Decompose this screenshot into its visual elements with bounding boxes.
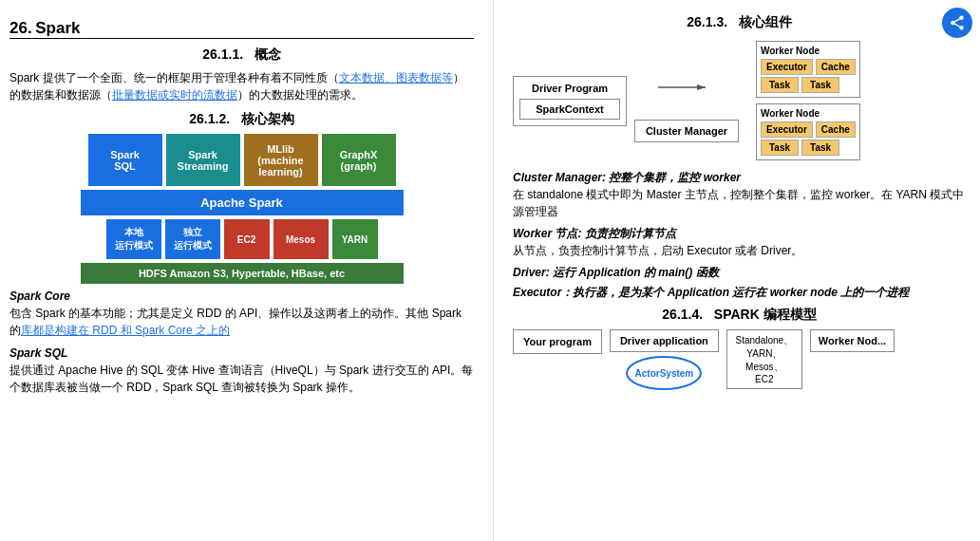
cluster-manager-desc: Cluster Manager: 控整个集群，监控 worker 在 stand… xyxy=(513,170,966,220)
cluster-row: 本地运行模式 独立运行模式 EC2 Mesos YARN xyxy=(81,219,404,259)
worker-node-2-exec-row: Executor Cache xyxy=(761,121,856,138)
prog-model-title: 26.1.4. SPARK 编程模型 xyxy=(513,307,966,324)
spark-core-body: 包含 Spark 的基本功能；尤其是定义 RDD 的 API、操作以及这两者上的… xyxy=(9,305,474,339)
concept-body: Spark 提供了一个全面、统一的框架用于管理各种有着不同性质（文本数据、图表数… xyxy=(9,69,474,103)
task-2a: Task xyxy=(761,140,799,156)
spark-sql-box: SparkSQL xyxy=(88,134,162,186)
spark-core-section: Spark Core 包含 Spark 的基本功能；尤其是定义 RDD 的 AP… xyxy=(9,289,474,339)
yarn-box: YARN xyxy=(332,219,378,259)
driver-label: Driver: 运行 Application 的 main() 函数 xyxy=(513,265,966,281)
cache-2: Cache xyxy=(816,121,856,138)
spark-sql-section: Spark SQL 提供通过 Apache Hive 的 SQL 变体 Hive… xyxy=(9,346,474,396)
section-divider xyxy=(9,38,474,39)
driver-app-box: Driver application xyxy=(610,329,719,352)
driver-program-label: Driver Program xyxy=(519,83,620,94)
subsection-26-1-1-title: 26.1.1. 概念 xyxy=(9,47,474,64)
right-panel: 26.1.3. 核心组件 Driver Program SparkContext xyxy=(494,0,980,541)
page-container: 26. Spark 26.1.1. 概念 Spark 提供了一个全面、统一的框架… xyxy=(0,0,980,541)
prog-model-row: Your program Driver application ActorSys… xyxy=(513,329,966,390)
graphx-box: GraphX(graph) xyxy=(322,134,396,186)
worker-node-2-title: Worker Node xyxy=(761,108,856,119)
spark-core-title: Spark Core xyxy=(9,289,474,303)
concept-text: Spark 提供了一个全面、统一的框架用于管理各种有着不同性质（文本数据、图表数… xyxy=(9,71,464,102)
section-title: Spark xyxy=(35,19,80,37)
worker-node-2-task-row: Task Task xyxy=(761,140,856,156)
driver-app-container: Driver application ActorSystem xyxy=(610,329,719,390)
arrows-svg xyxy=(658,59,715,116)
worker-node-1-title: Worker Node xyxy=(761,46,856,56)
apache-spark-bar: Apache Spark xyxy=(81,190,404,215)
right-section-title: 26.1.3. 核心组件 xyxy=(513,14,966,31)
executor-1: Executor xyxy=(761,59,813,75)
spark-streaming-box: SparkStreaming xyxy=(166,134,240,186)
driver-program-box: Driver Program SparkContext xyxy=(513,76,627,126)
worker-node-1: Worker Node Executor Cache Task Task xyxy=(756,41,860,98)
your-program-box: Your program xyxy=(513,329,602,354)
mllib-box: MLlib(machinelearning) xyxy=(244,134,318,186)
standalone-box: Standalone、YARN、Mesos、EC2 xyxy=(726,329,802,389)
worker-node-body: 从节点，负责控制计算节点，启动 Executor 或者 Driver。 xyxy=(513,242,966,259)
worker-node-desc: Worker 节点: 负责控制计算节点 从节点，负责控制计算节点，启动 Exec… xyxy=(513,226,966,259)
driver-desc: Driver: 运行 Application 的 main() 函数 xyxy=(513,265,966,281)
local-mode-box: 本地运行模式 xyxy=(106,219,161,259)
spark-sql-body: 提供通过 Apache Hive 的 SQL 变体 Hive 查询语言（Hive… xyxy=(9,362,474,396)
executor-desc: Executor：执行器，是为某个 Application 运行在 worker… xyxy=(513,285,966,301)
executor-label: Executor：执行器，是为某个 Application 运行在 worker… xyxy=(513,285,966,301)
components-row-1: SparkSQL SparkStreaming MLlib(machinelea… xyxy=(81,134,404,186)
worker-node-partial: Worker Nod... xyxy=(810,329,895,352)
cluster-manager-body: 在 standalone 模式中即为 Master 主节点，控制整个集群，监控 … xyxy=(513,186,966,220)
subsection-26-1-2-title: 26.1.2. 核心架构 xyxy=(9,111,474,128)
task-1b: Task xyxy=(801,77,839,93)
arrow-cluster-area: Cluster Manager xyxy=(634,59,739,142)
task-2b: Task xyxy=(801,140,839,156)
worker-nodes-container: Worker Node Executor Cache Task Task Wor… xyxy=(756,41,860,160)
cache-1: Cache xyxy=(816,59,856,75)
executor-2: Executor xyxy=(761,121,813,138)
worker-node-label: Worker 节点: 负责控制计算节点 xyxy=(513,226,966,242)
actor-system-ellipse: ActorSystem xyxy=(626,356,702,390)
worker-node-1-exec-row: Executor Cache xyxy=(761,59,856,75)
cluster-diagram-area: Driver Program SparkContext Cluster Mana… xyxy=(513,41,966,160)
spark-context-box: SparkContext xyxy=(519,99,620,120)
storage-bar: HDFS Amazon S3, Hypertable, HBase, etc xyxy=(81,263,404,284)
share-icon[interactable] xyxy=(942,8,972,38)
main-section-title: 26. Spark xyxy=(9,19,474,39)
architecture-diagram: SparkSQL SparkStreaming MLlib(machinelea… xyxy=(81,134,404,284)
section-number: 26. xyxy=(9,19,32,37)
standalone-mode-box: 独立运行模式 xyxy=(165,219,220,259)
left-panel: 26. Spark 26.1.1. 概念 Spark 提供了一个全面、统一的框架… xyxy=(0,0,494,541)
mesos-box: Mesos xyxy=(273,219,329,259)
worker-node-1-task-row: Task Task xyxy=(761,77,856,93)
cluster-manager-label: Cluster Manager: 控整个集群，监控 worker xyxy=(513,170,966,186)
spark-sql-title: Spark SQL xyxy=(9,346,474,360)
task-1a: Task xyxy=(761,77,799,93)
worker-node-2: Worker Node Executor Cache Task Task xyxy=(756,103,860,160)
cluster-manager-box: Cluster Manager xyxy=(634,120,739,142)
ec2-box: EC2 xyxy=(224,219,270,259)
share-icon-svg xyxy=(949,14,966,31)
